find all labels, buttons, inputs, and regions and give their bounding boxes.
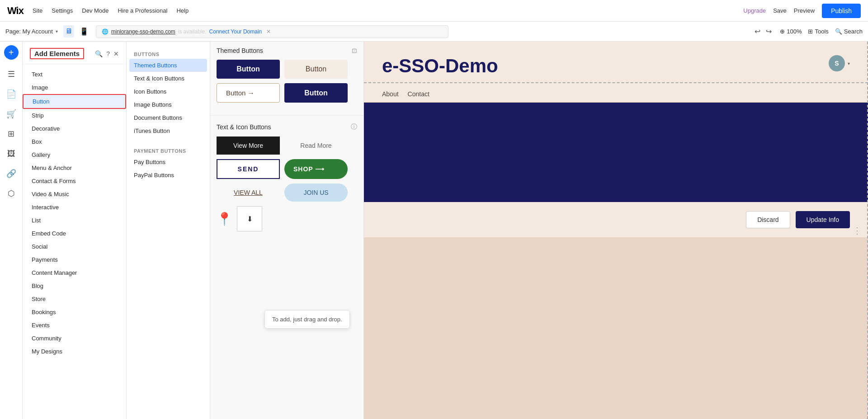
element-decorative[interactable]: Decorative (23, 122, 126, 135)
element-button[interactable]: Button (23, 94, 126, 109)
store-icon-btn[interactable]: 🛒 (2, 105, 20, 123)
element-community[interactable]: Community (23, 332, 126, 345)
zoom-icon: ⊕ (780, 28, 785, 35)
subcategory-paypal-buttons[interactable]: PayPal Buttons (127, 169, 210, 182)
canvas-nav-contact[interactable]: Contact (408, 90, 429, 98)
globe-icon: 🌐 (102, 28, 108, 35)
upgrade-button[interactable]: Upgrade (743, 7, 766, 14)
read-more-button[interactable]: Read More (284, 137, 348, 155)
help-panel-icon[interactable]: ? (106, 50, 110, 57)
undo-redo: ↩ ↪ (753, 25, 774, 38)
tools-button[interactable]: ⊞ Tools (808, 28, 828, 35)
element-store[interactable]: Store (23, 292, 126, 306)
integrations-icon-btn[interactable]: 🔗 (2, 165, 20, 183)
element-bookings[interactable]: Bookings (23, 306, 126, 319)
text-icon-title: Text & Icon Buttons (217, 123, 271, 131)
themed-button-3[interactable]: Button → (217, 83, 280, 103)
nav-site[interactable]: Site (33, 7, 42, 14)
close-domain-icon[interactable]: ✕ (266, 28, 271, 35)
pages-icon-btn[interactable]: ☰ (2, 65, 20, 83)
user-avatar: S (829, 55, 845, 71)
publish-button[interactable]: Publish (822, 4, 861, 18)
canvas-dark-section: ⋮ (364, 103, 868, 202)
subcategory-itunes-button[interactable]: iTunes Button (127, 124, 210, 137)
add-elements-button[interactable]: + (4, 45, 19, 60)
pin-button[interactable]: 📍 (217, 206, 232, 231)
mobile-icon[interactable]: 📱 (78, 25, 90, 38)
canvas-nav-about[interactable]: About (382, 90, 399, 98)
element-video-music[interactable]: Video & Music (23, 188, 126, 201)
themed-info-icon[interactable]: ⊡ (352, 47, 357, 54)
nav-hire[interactable]: Hire a Professional (118, 7, 168, 14)
nav-help[interactable]: Help (176, 7, 189, 14)
layers-icon-btn[interactable]: ⬡ (2, 184, 20, 202)
subcategory-document-buttons[interactable]: Document Buttons (127, 111, 210, 124)
element-payments[interactable]: Payments (23, 253, 126, 266)
element-contact-forms[interactable]: Contact & Forms (23, 174, 126, 188)
media-icon-btn[interactable]: 🖼 (2, 145, 20, 163)
domain-bar: 🌐 miniorange-sso-demo.com is available. … (96, 25, 448, 38)
themed-buttons-title: Themed Buttons (217, 47, 263, 54)
page-selector[interactable]: Page: My Account ▾ (5, 28, 58, 35)
top-dashed-border (364, 82, 868, 83)
undo-button[interactable]: ↩ (753, 25, 762, 38)
element-menu-anchor[interactable]: Menu & Anchor (23, 161, 126, 174)
top-nav: Wix Site Settings Dev Mode Hire a Profes… (0, 0, 868, 22)
nav-settings[interactable]: Settings (52, 7, 73, 14)
element-blog[interactable]: Blog (23, 279, 126, 292)
element-content-manager[interactable]: Content Manager (23, 266, 126, 279)
elements-list: Text Image Button Strip Decorative Box G… (23, 64, 126, 419)
search-button[interactable]: 🔍 Search (835, 28, 863, 35)
text-icon-buttons-grid: View More Read More SEND SHOP ⟶ VIEW ALL… (210, 137, 363, 238)
subcategory-themed-buttons[interactable]: Themed Buttons (129, 59, 207, 72)
canvas-nav: About Contact (364, 86, 868, 103)
nav-devmode[interactable]: Dev Mode (82, 7, 108, 14)
element-box[interactable]: Box (23, 135, 126, 148)
view-more-button[interactable]: View More (217, 137, 280, 155)
themed-button-4[interactable]: Button (284, 83, 348, 103)
second-bar-right: ↩ ↪ ⊕ 100% ⊞ Tools 🔍 Search (753, 25, 863, 38)
subcategory-text-icon-buttons[interactable]: Text & Icon Buttons (127, 72, 210, 85)
update-info-button[interactable]: Update Info (796, 211, 850, 228)
element-list[interactable]: List (23, 214, 126, 227)
buttons-section-title: BUTTONS (127, 48, 210, 59)
text-icon-header: Text & Icon Buttons ⓘ (210, 118, 363, 137)
desktop-icon[interactable]: 🖥 (63, 25, 74, 38)
element-gallery[interactable]: Gallery (23, 148, 126, 161)
download-button[interactable]: ⬇ (237, 206, 262, 231)
search-panel-icon[interactable]: 🔍 (95, 50, 103, 57)
send-button[interactable]: SEND (217, 159, 280, 179)
subcategory-image-buttons[interactable]: Image Buttons (127, 98, 210, 111)
tooltip-text: To add, just drag and drop. (272, 316, 342, 323)
preview-button[interactable]: Preview (794, 7, 815, 14)
chevron-down-icon: ▾ (56, 29, 58, 34)
domain-link[interactable]: miniorange-sso-demo.com (111, 28, 175, 35)
discard-button[interactable]: Discard (746, 211, 790, 228)
connect-domain-link[interactable]: Connect Your Domain (209, 28, 262, 35)
themed-button-1[interactable]: Button (217, 60, 280, 79)
themed-button-2[interactable]: Button (284, 60, 348, 79)
shop-button[interactable]: SHOP ⟶ (284, 159, 348, 179)
element-social[interactable]: Social (23, 240, 126, 253)
top-nav-right: Upgrade Save Preview Publish (743, 4, 861, 18)
element-my-designs[interactable]: My Designs (23, 345, 126, 358)
save-button[interactable]: Save (773, 7, 787, 14)
element-text[interactable]: Text (23, 68, 126, 81)
element-interactive[interactable]: Interactive (23, 201, 126, 214)
join-us-button[interactable]: JOIN US (284, 184, 348, 202)
close-panel-icon[interactable]: ✕ (113, 50, 119, 57)
blog-icon-btn[interactable]: 📄 (2, 85, 20, 103)
element-embed-code[interactable]: Embed Code (23, 227, 126, 240)
text-icon-info-icon[interactable]: ⓘ (351, 123, 357, 131)
subcategory-icon-buttons[interactable]: Icon Buttons (127, 85, 210, 98)
redo-button[interactable]: ↪ (764, 25, 774, 38)
element-strip[interactable]: Strip (23, 109, 126, 122)
apps-icon-btn[interactable]: ⊞ (2, 125, 20, 143)
zoom-level[interactable]: ⊕ 100% (780, 28, 802, 35)
view-all-button[interactable]: VIEW ALL (217, 184, 280, 202)
tools-icon: ⊞ (808, 28, 813, 35)
subcategory-pay-buttons[interactable]: Pay Buttons (127, 155, 210, 169)
element-events[interactable]: Events (23, 319, 126, 332)
element-image[interactable]: Image (23, 81, 126, 94)
second-bar: Page: My Account ▾ 🖥 📱 🌐 miniorange-sso-… (0, 22, 868, 42)
